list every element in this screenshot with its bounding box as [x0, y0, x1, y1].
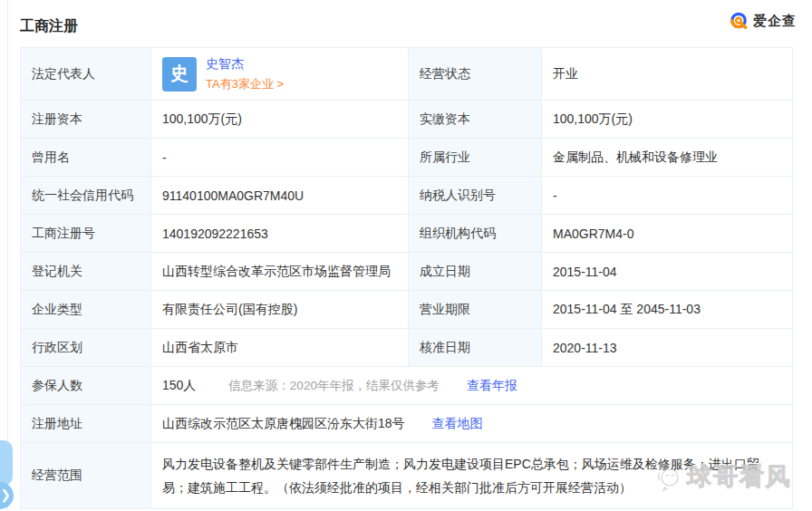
business-scope-cell: 风力发电设备整机及关键零部件生产制造；风力发电建设项目EPC总承包；风场运维及检…: [151, 443, 793, 509]
field-label-insured-count: 参保人数: [21, 367, 151, 405]
field-value: 91140100MA0GR7M40U: [151, 177, 409, 215]
field-label: 注册资本: [21, 101, 151, 139]
legal-representative-avatar[interactable]: 史: [162, 57, 197, 92]
table-row: 注册地址 山西综改示范区太原唐槐园区汾东大街18号 查看地图: [21, 405, 793, 443]
field-value: 山西转型综合改革示范区市场监督管理局: [151, 253, 409, 291]
field-label: 营业期限: [409, 291, 542, 329]
field-value: 2015-11-04 至 2045-11-03: [542, 291, 793, 329]
field-label: 成立日期: [409, 253, 542, 291]
table-row: 法定代表人 史 史智杰 TA有3家企业 > 经营状态 开业: [21, 48, 793, 101]
table-row: 经营范围 风力发电设备整机及关键零部件生产制造；风力发电建设项目EPC总承包；风…: [21, 443, 793, 509]
table-row: 企业类型 有限责任公司(国有控股) 营业期限 2015-11-04 至 2045…: [21, 291, 793, 329]
field-label-registered-address: 注册地址: [21, 405, 151, 443]
table-row: 工商注册号 140192092221653 组织机构代码 MA0GR7M4-0: [21, 215, 793, 253]
legal-representative-cell: 史 史智杰 TA有3家企业 >: [151, 48, 409, 101]
field-label: 登记机关: [21, 253, 151, 291]
field-label: 纳税人识别号: [409, 177, 542, 215]
insured-source-note: 信息来源：2020年年报，结果仅供参考: [228, 378, 440, 394]
view-annual-report-link[interactable]: 查看年报: [467, 378, 517, 394]
field-label: 工商注册号: [21, 215, 151, 253]
field-value: MA0GR7M4-0: [542, 215, 793, 253]
table-row: 统一社会信用代码 91140100MA0GR7M40U 纳税人识别号 -: [21, 177, 793, 215]
aiqicha-logo[interactable]: 爱企查: [729, 11, 797, 32]
registration-info-table: 法定代表人 史 史智杰 TA有3家企业 > 经营状态 开业 注册资本 100,1…: [20, 47, 793, 509]
field-label-legal-representative: 法定代表人: [21, 48, 151, 101]
field-value-operating-status: 开业: [542, 48, 793, 101]
field-value: -: [151, 139, 409, 177]
field-label: 核准日期: [409, 329, 542, 367]
field-value: 2020-11-13: [542, 329, 793, 367]
field-value: 100,100万(元): [151, 101, 409, 139]
aiqicha-logo-text: 爱企查: [753, 13, 797, 30]
field-value: 金属制品、机械和设备修理业: [542, 139, 793, 177]
sidebar-expand-tab[interactable]: [0, 440, 13, 486]
field-label-operating-status: 经营状态: [409, 48, 542, 101]
field-label: 组织机构代码: [409, 215, 542, 253]
table-row: 行政区划 山西省太原市 核准日期 2020-11-13: [21, 329, 793, 367]
page-title: 工商注册: [20, 17, 78, 36]
aiqicha-logo-icon: [729, 11, 749, 32]
field-value: 有限责任公司(国有控股): [151, 291, 409, 329]
registered-address-value: 山西综改示范区太原唐槐园区汾东大街18号: [162, 416, 405, 432]
field-label: 曾用名: [21, 139, 151, 177]
view-map-link[interactable]: 查看地图: [432, 416, 483, 432]
legal-representative-name-link[interactable]: 史智杰: [206, 56, 284, 72]
field-value: -: [542, 177, 793, 215]
field-value: 140192092221653: [151, 215, 409, 253]
field-label: 统一社会信用代码: [21, 177, 151, 215]
table-row: 曾用名 - 所属行业 金属制品、机械和设备修理业: [21, 139, 793, 177]
field-label: 所属行业: [409, 139, 542, 177]
business-registration-page: 工商注册 爱企查 法定代表人 史 史智杰 TA有3家企: [0, 0, 812, 511]
related-companies-link[interactable]: TA有3家企业 >: [206, 76, 284, 92]
field-value: 100,100万(元): [542, 101, 793, 139]
insured-count-value: 150人: [162, 378, 196, 394]
table-row: 参保人数 150人 信息来源：2020年年报，结果仅供参考 查看年报: [21, 367, 793, 405]
left-edge-divider: [7, 0, 8, 511]
sidebar-expand-button[interactable]: ❯: [0, 482, 14, 509]
field-value: 山西省太原市: [151, 329, 409, 367]
field-label: 行政区划: [21, 329, 151, 367]
field-label-business-scope: 经营范围: [21, 443, 151, 509]
chevron-right-icon: ❯: [0, 487, 11, 502]
field-value: 2015-11-04: [542, 253, 793, 291]
registered-address-cell: 山西综改示范区太原唐槐园区汾东大街18号 查看地图: [151, 405, 793, 443]
field-label: 实缴资本: [409, 101, 542, 139]
table-row: 登记机关 山西转型综合改革示范区市场监督管理局 成立日期 2015-11-04: [21, 253, 793, 291]
field-label: 企业类型: [21, 291, 151, 329]
insured-count-cell: 150人 信息来源：2020年年报，结果仅供参考 查看年报: [151, 367, 793, 405]
table-row: 注册资本 100,100万(元) 实缴资本 100,100万(元): [21, 101, 793, 139]
business-scope-value: 风力发电设备整机及关键零部件生产制造；风力发电建设项目EPC总承包；风场运维及检…: [162, 443, 781, 508]
